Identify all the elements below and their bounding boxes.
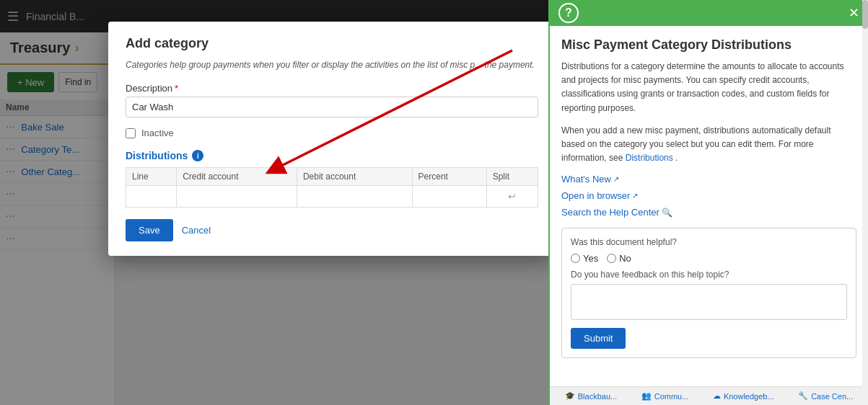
- community-link[interactable]: 👥 Commu...: [641, 391, 689, 401]
- external-icon: ↗: [632, 192, 638, 200]
- knowledge-link[interactable]: ☁ Knowledgeb...: [713, 391, 774, 401]
- col-percent: Percent: [412, 168, 486, 186]
- add-category-modal: Add category Categories help group payme…: [108, 22, 556, 256]
- help-question-icon: ?: [558, 3, 579, 23]
- col-split: Split: [486, 168, 538, 186]
- help-top-bar: ? ✕: [550, 0, 868, 26]
- external-icon: ↗: [613, 175, 619, 183]
- blackbaud-link[interactable]: 🎓 Blackbau...: [565, 391, 617, 401]
- cancel-button[interactable]: Cancel: [182, 225, 211, 236]
- help-close-button[interactable]: ✕: [849, 5, 859, 21]
- feedback-textarea[interactable]: [571, 284, 847, 320]
- cell-credit[interactable]: [177, 186, 297, 208]
- distributions-table: Line Credit account Debit account Percen…: [126, 167, 538, 208]
- search-help-center-link[interactable]: Search the Help Center 🔍: [561, 207, 856, 218]
- cell-line[interactable]: [126, 186, 177, 208]
- submit-button[interactable]: Submit: [571, 328, 626, 349]
- description-input[interactable]: [126, 97, 538, 117]
- help-body-1: Distributions for a category determine t…: [561, 60, 856, 115]
- cell-percent[interactable]: [412, 186, 486, 208]
- distributions-link[interactable]: Distributions: [626, 153, 673, 163]
- open-in-browser-link[interactable]: Open in browser ↗: [561, 190, 856, 201]
- distributions-title: Distributions: [126, 150, 188, 161]
- col-credit-account: Credit account: [177, 168, 297, 186]
- cell-split[interactable]: ↩: [486, 186, 538, 208]
- search-icon: 🔍: [662, 208, 672, 218]
- help-links: What's New ↗ Open in browser ↗ Search th…: [561, 174, 856, 218]
- help-footer: 🎓 Blackbau... 👥 Commu... ☁ Knowledgeb...…: [550, 386, 868, 405]
- save-button[interactable]: Save: [126, 219, 173, 241]
- scroll-thumb[interactable]: [862, 0, 868, 29]
- cell-debit[interactable]: [297, 186, 412, 208]
- distributions-info-icon[interactable]: i: [192, 150, 203, 161]
- inactive-label: Inactive: [141, 128, 174, 138]
- no-radio-label[interactable]: No: [607, 253, 631, 264]
- help-content: Misc Payment Category Distributions Dist…: [550, 26, 868, 386]
- col-debit-account: Debit account: [297, 168, 412, 186]
- community-icon: 👥: [641, 391, 652, 401]
- inactive-checkbox[interactable]: [126, 128, 136, 138]
- scrollbar[interactable]: [862, 0, 868, 405]
- whats-new-link[interactable]: What's New ↗: [561, 174, 856, 184]
- knowledge-icon: ☁: [713, 391, 721, 401]
- yes-radio[interactable]: [571, 254, 580, 263]
- case-center-link[interactable]: 🔧 Case Cen...: [798, 391, 853, 401]
- inactive-row: Inactive: [126, 128, 538, 138]
- modal-title: Add category: [126, 36, 538, 51]
- col-line: Line: [126, 168, 177, 186]
- case-icon: 🔧: [798, 391, 808, 401]
- feedback-box-title: Was this document helpful?: [571, 237, 847, 247]
- no-radio[interactable]: [607, 254, 616, 263]
- feedback-box: Was this document helpful? Yes No Do you…: [561, 228, 856, 358]
- description-field-group: Description *: [126, 83, 538, 117]
- yes-radio-label[interactable]: Yes: [571, 253, 598, 264]
- required-marker: *: [175, 83, 178, 94]
- help-body-2: When you add a new misc payment, distrib…: [561, 124, 856, 166]
- graduation-icon: 🎓: [565, 391, 575, 401]
- help-panel-title: Misc Payment Category Distributions: [561, 37, 856, 53]
- modal-description: Categories help group payments when you …: [126, 58, 538, 71]
- distributions-header: Distributions i: [126, 150, 538, 161]
- modal-actions: Save Cancel: [126, 219, 538, 241]
- description-label: Description *: [126, 83, 538, 94]
- feedback-textarea-label: Do you have feedback on this help topic?: [571, 270, 847, 280]
- help-panel: ? ✕ Misc Payment Category Distributions …: [548, 0, 868, 405]
- table-row: ↩: [126, 186, 538, 208]
- helpful-radio-group: Yes No: [571, 253, 847, 264]
